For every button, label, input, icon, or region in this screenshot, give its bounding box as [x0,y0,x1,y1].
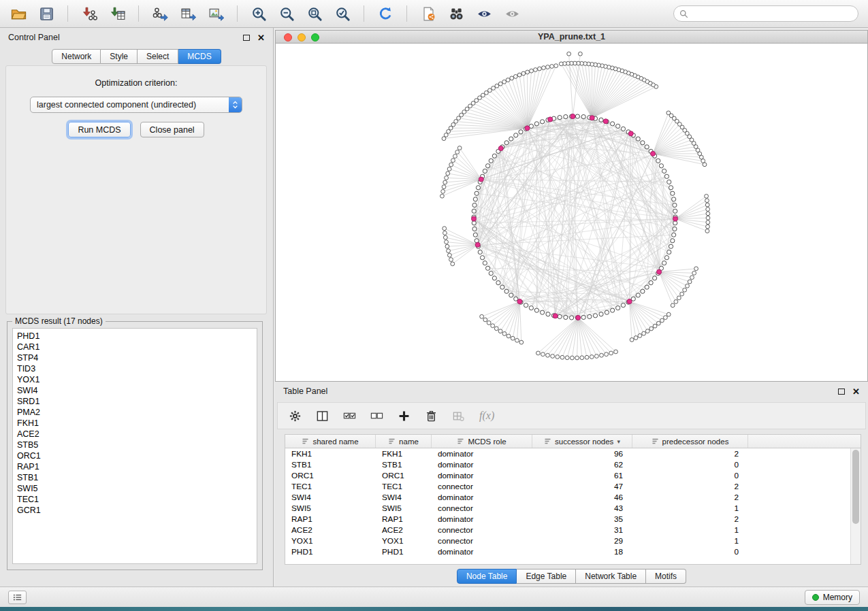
tab-network[interactable]: Network [52,49,101,64]
show-details-icon [504,6,520,22]
criterion-dropdown[interactable]: largest connected component (undirected) [30,97,242,113]
tab-motifs[interactable]: Motifs [646,569,686,584]
network-graph[interactable] [276,44,868,382]
cell-shared_name: ACE2 [285,525,376,535]
mcds-result-item[interactable]: YOX1 [13,374,257,385]
zoom-in-button[interactable] [247,3,270,24]
hide-details-icon [477,6,492,22]
column-header-name[interactable]: name [376,435,432,448]
float-panel-icon[interactable] [243,35,250,41]
table-row[interactable]: SWI5SWI5connector431 [285,503,850,514]
import-network-button[interactable] [78,3,101,24]
mcds-result-item[interactable]: FKH1 [13,418,257,429]
cell-name: ACE2 [376,525,432,535]
tab-node-table[interactable]: Node Table [457,569,517,584]
scrollbar-thumb[interactable] [852,450,859,524]
export-table-button[interactable] [176,3,199,24]
mcds-result-item[interactable]: RAP1 [13,461,257,472]
mcds-result-list: PHD1CAR1STP4TID3YOX1SWI4SRD1PMA2FKH1ACE2… [12,328,257,564]
deselect-all-button[interactable] [370,410,383,423]
function-button[interactable]: f(x) [479,410,494,422]
column-header-predecessor-nodes[interactable]: predecessor nodes [632,435,748,448]
zoom-selected-button[interactable] [331,3,354,24]
window-close-icon[interactable] [284,33,292,42]
status-menu-button[interactable] [8,591,27,604]
close-table-panel-icon[interactable]: ✕ [852,387,860,396]
select-all-button[interactable] [343,410,356,423]
mcds-result-item[interactable]: CAR1 [13,342,257,352]
cell-role: dominator [432,514,532,524]
mcds-result-item[interactable]: PHD1 [13,331,257,342]
window-minimize-icon[interactable] [298,33,306,42]
mcds-result-item[interactable]: STB1 [13,472,257,483]
mcds-result-item[interactable]: SWI5 [13,483,257,494]
column-header-MCDS-role[interactable]: MCDS role [432,435,532,448]
cell-successors: 29 [532,536,632,546]
save-button[interactable] [35,3,58,24]
zoom-out-button[interactable] [275,3,298,24]
web-export-button[interactable] [417,3,440,24]
add-column-button[interactable] [398,410,411,423]
mcds-result-item[interactable]: TEC1 [13,494,257,505]
table-row[interactable]: PHD1PHD1dominator180 [285,546,850,557]
mcds-result-item[interactable]: PMA2 [13,407,257,418]
mcds-result-item[interactable]: STB5 [13,440,257,450]
search-input[interactable] [692,9,852,18]
cell-predecessors: 1 [632,503,748,513]
table-row[interactable]: STB1STB1dominator620 [285,459,850,470]
zoom-fit-button[interactable] [303,3,326,24]
import-table-button[interactable] [106,3,129,24]
hide-details-button[interactable] [472,3,496,24]
tab-style[interactable]: Style [101,49,138,64]
control-panel-header: Control Panel ✕ [0,28,273,47]
table-row[interactable]: RAP1RAP1dominator352 [285,514,850,525]
network-window-titlebar[interactable]: YPA_prune.txt_1 [276,31,867,44]
mcds-result-item[interactable]: STP4 [13,352,257,363]
column-header-shared-name[interactable]: shared name [285,435,376,448]
float-table-panel-icon[interactable] [838,389,845,395]
gear-button[interactable] [289,410,302,423]
mcds-result-item[interactable]: SRD1 [13,396,257,407]
close-panel-icon[interactable]: ✕ [257,33,265,42]
table-panel-tabs: Node TableEdge TableNetwork TableMotifs [457,569,686,584]
import-table-disabled-icon [452,410,465,423]
tab-edge-table[interactable]: Edge Table [517,569,576,584]
sort-icon [544,437,551,445]
table-row[interactable]: TEC1TEC1connector472 [285,481,850,492]
window-maximize-icon[interactable] [311,33,319,42]
apply-layout-button[interactable] [374,3,397,24]
network-canvas[interactable] [276,44,867,381]
table-scrollbar[interactable] [850,448,861,564]
mcds-result-item[interactable]: GCR1 [13,505,257,516]
mcds-result-item[interactable]: SWI4 [13,385,257,396]
table-row[interactable]: ACE2ACE2connector311 [285,525,850,535]
delete-column-button[interactable] [425,410,438,423]
memory-button[interactable]: Memory [805,590,860,605]
run-mcds-button[interactable]: Run MCDS [68,122,130,137]
table-row[interactable]: YOX1YOX1connector291 [285,535,850,546]
tab-mcds[interactable]: MCDS [178,49,221,64]
zoom-selected-icon [335,6,351,22]
mcds-result-item[interactable]: ACE2 [13,429,257,440]
table-row[interactable]: FKH1FKH1dominator962 [285,448,850,459]
cell-role: dominator [432,471,532,480]
export-network-icon [152,6,168,22]
table-row[interactable]: SWI4SWI4dominator462 [285,492,850,503]
split-columns-button[interactable] [316,410,329,423]
control-panel-tabs: NetworkStyleSelectMCDS [52,49,221,64]
show-details-button[interactable] [500,3,524,24]
mcds-result-item[interactable]: ORC1 [13,450,257,461]
close-panel-button[interactable]: Close panel [140,122,204,137]
toolbar-separator [67,5,68,22]
import-table-disabled-button[interactable] [452,410,465,423]
search-box[interactable] [673,5,858,22]
export-network-button[interactable] [148,3,172,24]
table-row[interactable]: ORC1ORC1dominator610 [285,470,850,481]
column-header-successor-nodes[interactable]: successor nodes▾ [532,435,632,448]
export-image-button[interactable] [204,3,227,24]
find-binoculars-button[interactable] [445,3,468,24]
tab-select[interactable]: Select [138,49,178,64]
mcds-result-item[interactable]: TID3 [13,363,257,374]
open-folder-button[interactable] [7,3,30,24]
tab-network-table[interactable]: Network Table [576,569,646,584]
